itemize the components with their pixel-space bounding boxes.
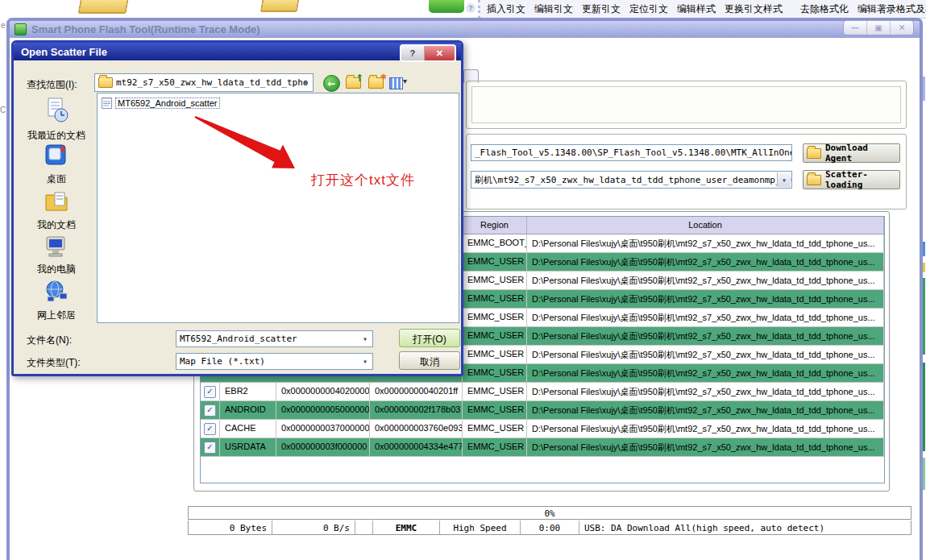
column-header-location[interactable]: Location — [527, 217, 884, 234]
row-checkbox[interactable] — [204, 442, 216, 454]
desktop: e C R ? 插入引文 编辑引文 更新引文 定位引文 编辑样式 更换引文样式 … — [0, 0, 926, 560]
status-bytes: 0 Bytes — [189, 521, 272, 534]
file-type-combo[interactable]: Map File (*.txt) — [176, 353, 373, 370]
scatter-loading-button[interactable]: Scatter-loading — [803, 170, 900, 189]
folder-icon — [78, 0, 129, 14]
close-button[interactable] — [891, 21, 913, 35]
toolbar-item[interactable]: 更新引文 — [582, 2, 621, 16]
toolbar-item[interactable]: 更换引文样式 — [725, 2, 783, 16]
place-desktop[interactable]: 桌面 — [21, 143, 92, 186]
desktop-icon — [44, 143, 69, 168]
app-shortcut-icon — [429, 0, 464, 13]
annotation-text: 打开这个txt文件 — [311, 171, 415, 189]
minimize-button[interactable] — [844, 21, 867, 35]
question-badge-icon: ? — [466, 3, 475, 13]
file-item-scatter[interactable]: MT6592_Android_scatter — [102, 97, 220, 109]
file-name-label: 文件名(N): — [27, 334, 72, 347]
scatter-loading-label: Scatter-loading — [825, 169, 896, 190]
table-row[interactable]: ANDROID 0x0000000005000000 0x000000002f1… — [201, 401, 884, 420]
table-row[interactable]: USRDATA 0x000000003f000000 0x00000000433… — [201, 438, 884, 457]
status-speed: 0 B/s — [272, 521, 355, 534]
toolbar-item[interactable]: 去除格式化 — [800, 2, 849, 16]
status-empty — [355, 521, 373, 534]
chevron-down-icon[interactable] — [299, 75, 312, 90]
table-row[interactable]: CACHE 0x0000000037000000 0x000000003760e… — [201, 420, 884, 438]
network-places-icon — [44, 279, 69, 305]
folder-icon — [260, 0, 300, 12]
new-folder-icon[interactable] — [368, 77, 384, 90]
status-bar: 0 Bytes 0 B/s EMMC High Speed 0:00 USB: … — [188, 521, 911, 535]
dialog-titlebar[interactable]: Open Scatter File — [14, 43, 461, 60]
place-label: 网上邻居 — [21, 309, 92, 322]
toolbar-item[interactable]: 编辑样式 — [677, 2, 716, 16]
download-agent-path-field[interactable]: _Flash_Tool_v5.1348.00\SP_Flash_Tool_v5.… — [471, 144, 792, 161]
window-titlebar[interactable]: Smart Phone Flash Tool(Runtime Trace Mod… — [10, 21, 920, 38]
window-controls — [843, 20, 914, 35]
text-file-icon — [102, 97, 112, 109]
toolbar-item[interactable]: 定位引文 — [629, 2, 668, 16]
up-one-level-icon[interactable] — [346, 77, 362, 90]
maximize-button[interactable] — [867, 21, 891, 35]
chevron-down-icon[interactable] — [403, 77, 407, 85]
place-label: 我最近的文档 — [21, 129, 92, 143]
look-in-label: 查找范围(I): — [27, 78, 77, 92]
look-in-value: mt92_s7_x50_zwx_hw_ldata_td_tdd_tpho — [116, 77, 308, 88]
place-recent-documents[interactable]: 我最近的文档 — [21, 97, 92, 143]
folder-icon — [807, 175, 821, 185]
file-type-label: 文件类型(T): — [27, 356, 81, 370]
row-checkbox[interactable] — [204, 423, 216, 435]
status-mode: USB: DA Download All(high speed, auto de… — [579, 521, 911, 534]
dialog-controls — [400, 44, 456, 62]
chevron-down-icon[interactable] — [777, 172, 791, 187]
file-type-value: Map File (*.txt) — [180, 356, 265, 367]
open-scatter-dialog: Open Scatter File 查找范围(I): mt92_s7_x50_z… — [11, 40, 463, 376]
row-checkbox[interactable] — [204, 386, 216, 398]
table-row[interactable]: EBR2 0x0000000004020000 0x00000000040201… — [201, 383, 884, 401]
toolbar-item[interactable]: 编辑引文 — [534, 2, 573, 16]
folder-icon — [807, 148, 821, 159]
dialog-close-button[interactable] — [425, 46, 455, 60]
my-documents-icon — [44, 189, 69, 214]
recent-documents-icon — [44, 97, 69, 125]
chevron-down-icon[interactable] — [359, 332, 372, 346]
views-icon[interactable] — [389, 77, 403, 89]
open-button[interactable]: 打开(O) — [399, 329, 460, 347]
folder-icon — [98, 77, 113, 88]
dialog-title: Open Scatter File — [21, 46, 107, 58]
progress-bar: 0% — [188, 506, 911, 520]
status-usb-speed: High Speed — [440, 521, 521, 534]
upper-inner-panel — [471, 86, 901, 123]
cancel-button[interactable]: 取消 — [399, 351, 460, 370]
place-my-computer[interactable]: 我的电脑 — [21, 234, 92, 276]
status-storage: EMMC — [373, 521, 440, 534]
place-network[interactable]: 网上邻居 — [21, 279, 92, 322]
toolbar-item[interactable]: 编辑著录格式及布局格 — [857, 2, 926, 16]
place-label: 桌面 — [21, 172, 92, 186]
chevron-down-icon[interactable] — [359, 355, 372, 368]
scatter-file-value: 刷机\mt92_s7_x50_zwx_hw_ldata_td_tdd_tphon… — [475, 175, 792, 185]
column-header-region[interactable]: Region — [463, 217, 527, 234]
file-list[interactable]: MT6592_Android_scatter 打开这个txt文件 — [97, 93, 459, 323]
desktop-icon-label-fragment: e — [1, 21, 6, 30]
back-icon[interactable] — [323, 75, 340, 92]
toolbar-item[interactable]: 插入引文 — [487, 2, 525, 16]
citation-toolbar: 插入引文 编辑引文 更新引文 定位引文 编辑样式 更换引文样式 去除格式化 编辑… — [478, 0, 926, 19]
status-time: 0:00 — [521, 521, 579, 534]
my-computer-icon — [44, 234, 69, 259]
upper-group-box — [466, 81, 907, 129]
app-icon — [15, 23, 27, 35]
download-agent-label: Download Agent — [825, 143, 896, 164]
file-item-label: MT6592_Android_scatter — [115, 97, 220, 109]
look-in-combo[interactable]: mt92_s7_x50_zwx_hw_ldata_td_tdd_tpho — [94, 73, 314, 92]
file-name-value: MT6592_Android_scatter — [180, 334, 297, 344]
help-button[interactable] — [401, 46, 425, 60]
place-label: 我的电脑 — [21, 263, 92, 276]
file-name-combo[interactable]: MT6592_Android_scatter — [176, 330, 373, 347]
red-arrow-annotation — [98, 93, 460, 324]
scatter-file-combo[interactable]: 刷机\mt92_s7_x50_zwx_hw_ldata_td_tdd_tphon… — [471, 171, 792, 189]
window-title: Smart Phone Flash Tool(Runtime Trace Mod… — [31, 23, 260, 35]
row-checkbox[interactable] — [204, 404, 216, 417]
place-my-documents[interactable]: 我的文档 — [21, 189, 92, 232]
download-agent-button[interactable]: Download Agent — [803, 143, 900, 163]
place-label: 我的文档 — [21, 218, 92, 232]
